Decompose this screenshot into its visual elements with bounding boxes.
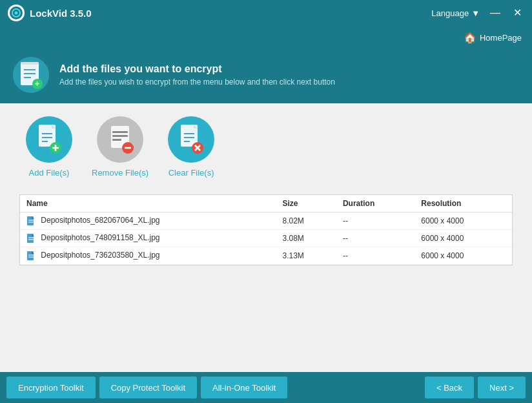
content-area: Add File(s) Remove File(s) [0, 103, 532, 372]
table-row[interactable]: Depositphotos_748091158_XL.jpg 3.08M -- … [20, 230, 512, 247]
cell-name: Depositphotos_682067064_XL.jpg [20, 212, 276, 230]
remove-files-button[interactable]: Remove File(s) [92, 116, 148, 178]
all-in-one-toolkit-button[interactable]: All-in-One Toolkit [201, 377, 287, 398]
cell-name: Depositphotos_748091158_XL.jpg [20, 230, 276, 247]
back-button[interactable]: < Back [425, 377, 474, 398]
nav-bar: 🏠 HomePage [0, 26, 532, 49]
home-icon: 🏠 [464, 32, 476, 44]
encryption-toolkit-button[interactable]: Encryption Toolkit [6, 377, 96, 398]
cell-resolution: 6000 x 4000 [414, 212, 512, 230]
encrypt-icon: + [18, 61, 44, 89]
language-button[interactable]: Language ▼ [431, 8, 480, 18]
svg-rect-4 [21, 62, 39, 65]
cell-resolution: 6000 x 4000 [414, 230, 512, 247]
cell-duration: -- [336, 212, 414, 230]
bottom-bar: Encryption Toolkit Copy Protect Toolkit … [0, 372, 532, 403]
title-bar-left: LockVid 3.5.0 [8, 5, 92, 21]
svg-rect-20 [112, 135, 128, 137]
app-logo [8, 5, 25, 21]
header-section: + Add the files you want to encrypt Add … [0, 49, 532, 103]
col-size: Size [276, 195, 336, 212]
app-wrapper: LockVid 3.5.0 Language ▼ — ✕ 🏠 HomePage [0, 0, 532, 403]
col-resolution: Resolution [414, 195, 512, 212]
cell-name: Depositphotos_736203580_XL.jpg [20, 247, 276, 265]
homepage-link[interactable]: 🏠 HomePage [464, 32, 522, 44]
title-bar-controls: Language ▼ — ✕ [431, 6, 524, 19]
table-row[interactable]: Depositphotos_682067064_XL.jpg 8.02M -- … [20, 212, 512, 230]
next-button[interactable]: Next > [478, 377, 526, 398]
minimize-button[interactable]: — [487, 6, 503, 19]
svg-rect-21 [112, 139, 121, 141]
col-duration: Duration [336, 195, 414, 212]
table-body: Depositphotos_682067064_XL.jpg 8.02M -- … [20, 212, 512, 265]
file-table-container: Name Size Duration Resolution Depositpho… [19, 194, 513, 265]
add-files-icon-circle [26, 116, 72, 163]
cell-duration: -- [336, 247, 414, 265]
cell-size: 3.13M [276, 247, 336, 265]
svg-text:+: + [35, 79, 39, 88]
header-icon-wrap: + [13, 57, 49, 93]
close-button[interactable]: ✕ [511, 6, 524, 19]
cell-size: 8.02M [276, 212, 336, 230]
title-bar: LockVid 3.5.0 Language ▼ — ✕ [0, 0, 532, 26]
add-file-svg [35, 123, 63, 156]
table-row[interactable]: Depositphotos_736203580_XL.jpg 3.13M -- … [20, 247, 512, 265]
copy-protect-toolkit-button[interactable]: Copy Protect Toolkit [99, 377, 197, 398]
cell-resolution: 6000 x 4000 [414, 247, 512, 265]
clear-files-icon-circle [168, 116, 214, 163]
cell-duration: -- [336, 230, 414, 247]
header-text: Add the files you want to encrypt Add th… [59, 63, 335, 87]
svg-point-2 [15, 12, 18, 15]
svg-rect-19 [112, 131, 128, 133]
table-header: Name Size Duration Resolution [20, 195, 512, 212]
app-title: LockVid 3.5.0 [30, 8, 92, 19]
clear-files-button[interactable]: Clear File(s) [168, 116, 214, 178]
clear-file-svg [177, 123, 205, 156]
file-table: Name Size Duration Resolution Depositpho… [20, 195, 512, 265]
file-toolbar: Add File(s) Remove File(s) [13, 110, 519, 184]
add-files-button[interactable]: Add File(s) [26, 116, 72, 178]
remove-files-icon-circle [97, 116, 143, 163]
remove-file-svg [106, 123, 134, 156]
col-name: Name [20, 195, 276, 212]
cell-size: 3.08M [276, 230, 336, 247]
